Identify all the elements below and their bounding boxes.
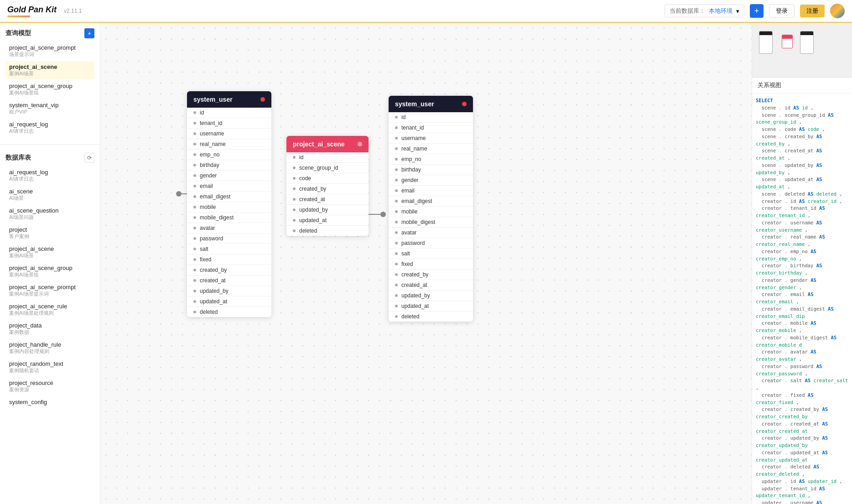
system-user-left-table[interactable]: system_user id tenant_id username real_n…	[187, 91, 271, 317]
sidebar-item-system-tenant-vip[interactable]: system_tenant_vip 租户VIP	[5, 99, 94, 118]
sidebar-item-desc: 案例资源	[9, 386, 91, 393]
add-query-model-button[interactable]: +	[84, 28, 94, 38]
table-row: email	[389, 186, 473, 196]
query-model-header: 查询模型 +	[5, 28, 94, 38]
sidebar-item-project-ai-scene-group-db[interactable]: project_ai_scene_group 案例AI场景组	[5, 262, 94, 281]
sidebar-item-name: project_ai_scene_rule	[9, 303, 91, 310]
logo-title: Gold Pan Kit	[7, 5, 57, 15]
sidebar-item-desc: 案例AI场景组	[9, 89, 91, 96]
table-row: birthday	[187, 160, 271, 171]
sidebar-item-desc: 案例AI场景	[9, 70, 91, 77]
table-row: created_by	[286, 184, 369, 194]
table-row: created_by	[389, 270, 473, 280]
query-model-title: 查询模型	[5, 29, 31, 37]
sidebar-item-name: project_ai_scene_group	[9, 83, 91, 89]
main-layout: 查询模型 + project_ai_scene_prompt 场景提示词 pro…	[0, 23, 852, 504]
table-row: id	[187, 108, 271, 118]
sidebar-divider	[0, 144, 100, 145]
sidebar-item-system-config[interactable]: system_config	[5, 396, 94, 408]
table-header: project_ai_scene	[286, 136, 369, 152]
sidebar-item-name: project_ai_scene_group	[9, 265, 91, 271]
sidebar-item-desc: 案例AI场景提示词	[9, 291, 91, 297]
sidebar-item-ai-request-log-db[interactable]: ai_request_log AI请求日志	[5, 166, 94, 185]
sidebar-item-desc: 案例AI场景处理规则	[9, 310, 91, 317]
sidebar-item-desc: AI请求日志	[9, 128, 91, 135]
table-row: updated_at	[187, 296, 271, 307]
table-row: updated_by	[187, 286, 271, 296]
sidebar-item-desc: 案例数据	[9, 329, 91, 336]
sidebar-item-name: project_ai_scene_prompt	[9, 284, 91, 291]
sidebar-item-desc: AI场景	[9, 195, 91, 202]
table-row: fixed	[187, 255, 271, 265]
register-button[interactable]: 注册	[800, 5, 825, 17]
canvas-area[interactable]: system_user id tenant_id username real_n…	[100, 23, 752, 504]
table-row: gender	[389, 175, 473, 186]
sidebar-item-project-ai-scene-prompt[interactable]: project_ai_scene_prompt 场景提示词	[5, 42, 94, 60]
sidebar-item-name: system_config	[9, 399, 91, 405]
table-row: birthday	[389, 165, 473, 175]
sql-preview: SELECT scene . id AS id , scene . scene_…	[752, 94, 852, 504]
table-row: deleted	[286, 226, 369, 236]
sidebar-item-project-ai-scene-prompt-db[interactable]: project_ai_scene_prompt 案例AI场景提示词	[5, 281, 94, 300]
sidebar-item-project-ai-scene-db[interactable]: project_ai_scene 案例AI场景	[5, 243, 94, 261]
sidebar-item-project-resource[interactable]: project_resource 案例资源	[5, 377, 94, 395]
table-row: created_at	[389, 280, 473, 291]
table-row: mobile_digest	[389, 217, 473, 228]
table-name: project_ai_scene	[293, 140, 345, 148]
header: Gold Pan Kit v2.11.1 当前数据库： 本地环境 ▾ + 登录 …	[0, 0, 852, 23]
table-row: emp_no	[187, 150, 271, 160]
sidebar-item-ai-scene[interactable]: ai_scene AI场景	[5, 186, 94, 204]
sidebar-item-desc: 租户VIP	[9, 109, 91, 115]
right-panel: 关系视图 SELECT scene . id AS id , scene . s…	[752, 23, 852, 504]
sidebar-item-name: project_data	[9, 322, 91, 329]
sidebar-item-ai-scene-question[interactable]: ai_scene_question AI场景问题	[5, 205, 94, 223]
table-row: real_name	[389, 144, 473, 154]
sidebar-item-project-ai-scene-group[interactable]: project_ai_scene_group 案例AI场景组	[5, 80, 94, 99]
sidebar-item-ai-request-log[interactable]: ai_request_log AI请求日志	[5, 119, 94, 137]
table-row: code	[286, 173, 369, 184]
project-ai-scene-table[interactable]: project_ai_scene id scene_group_id code …	[286, 136, 369, 236]
relation-label: 关系视图	[752, 78, 852, 94]
avatar[interactable]	[830, 4, 845, 18]
sidebar-item-name: ai_scene_question	[9, 207, 91, 214]
table-row: mobile	[389, 207, 473, 217]
sidebar-item-project-ai-scene[interactable]: project_ai_scene 案例AI场景	[5, 61, 94, 79]
table-row: updated_by	[286, 205, 369, 215]
sidebar-item-project-ai-scene-rule[interactable]: project_ai_scene_rule 案例AI场景处理规则	[5, 301, 94, 319]
table-row: deleted	[389, 312, 473, 322]
sidebar-item-project[interactable]: project 客户案例	[5, 224, 94, 242]
db-selector[interactable]: 当前数据库： 本地环境 ▾	[665, 5, 744, 17]
sidebar-item-name: project	[9, 226, 91, 233]
table-row: email	[187, 181, 271, 192]
system-user-right-table[interactable]: system_user id tenant_id username real_n…	[389, 96, 473, 322]
table-row: updated_by	[389, 291, 473, 301]
sidebar-item-project-handle-rule[interactable]: project_handle_rule 案例内容处理规则	[5, 339, 94, 357]
table-row: created_at	[187, 275, 271, 286]
chevron-down-icon: ▾	[736, 8, 739, 15]
table-row: email_digest	[389, 196, 473, 207]
refresh-button[interactable]: ⟳	[84, 153, 94, 163]
table-name: system_user	[193, 96, 233, 103]
sidebar: 查询模型 + project_ai_scene_prompt 场景提示词 pro…	[0, 23, 100, 504]
db-label: 当前数据库：	[670, 7, 705, 15]
table-row: emp_no	[389, 154, 473, 165]
query-model-section: 查询模型 + project_ai_scene_prompt 场景提示词 pro…	[0, 23, 100, 141]
status-dot	[462, 102, 467, 106]
db-table-title: 数据库表	[5, 154, 31, 162]
login-button[interactable]: 登录	[769, 4, 795, 18]
table-row: created_by	[187, 265, 271, 275]
table-row: email_digest	[187, 192, 271, 202]
sidebar-item-desc: 案例随机套话	[9, 367, 91, 374]
sidebar-item-name: system_tenant_vip	[9, 102, 91, 109]
sidebar-item-project-random-text[interactable]: project_random_text 案例随机套话	[5, 358, 94, 376]
table-row: real_name	[187, 139, 271, 150]
sidebar-item-name: project_handle_rule	[9, 341, 91, 348]
svg-point-1	[176, 191, 182, 197]
sidebar-item-desc: 案例AI场景	[9, 252, 91, 259]
version-label: v2.11.1	[64, 8, 82, 14]
table-row: id	[286, 152, 369, 163]
sidebar-item-project-data[interactable]: project_data 案例数据	[5, 320, 94, 338]
add-button[interactable]: +	[750, 4, 764, 18]
table-row: password	[389, 238, 473, 249]
table-row: username	[187, 129, 271, 139]
